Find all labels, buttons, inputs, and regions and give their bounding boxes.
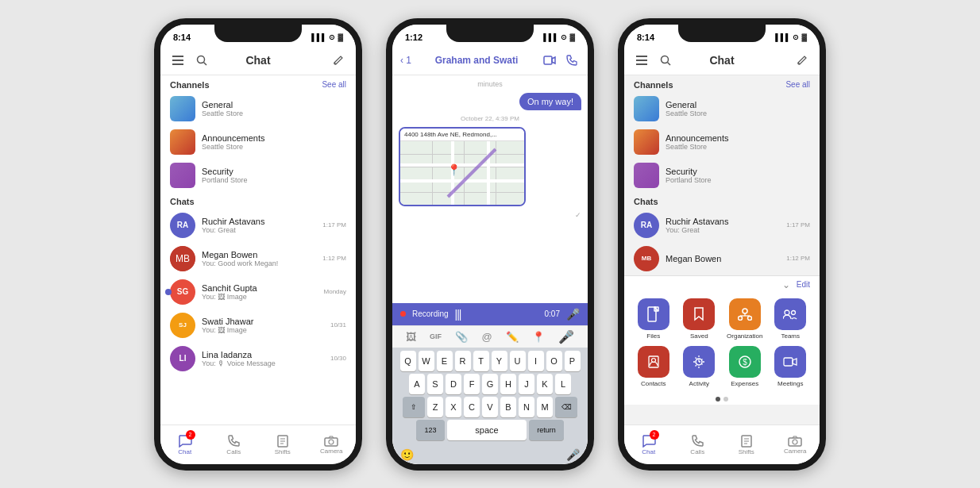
search-icon[interactable] [194,52,210,68]
channel-general-3[interactable]: General Seattle Store [624,92,820,125]
app-label-files: Files [646,332,660,340]
app-files[interactable]: Files [634,298,673,340]
channel-security-1[interactable]: Security Portland Store [160,159,356,192]
kb-row-2: A S D F G H J K L [394,374,586,394]
key-y[interactable]: Y [492,351,507,371]
channel-name-security-1: Security [202,167,248,176]
app-activity[interactable]: Activity [680,346,720,387]
pen-icon[interactable]: ✏️ [506,331,519,343]
key-v[interactable]: V [482,397,498,417]
tab-calls-1[interactable]: Calls [210,428,259,463]
tab-calls-3[interactable]: Calls [673,428,723,463]
chat-header-icons-2 [542,52,580,68]
key-u[interactable]: U [510,351,526,371]
location-icon[interactable]: 📍 [532,331,545,343]
see-all-channels-3[interactable]: See all [785,80,810,89]
svg-rect-2 [172,63,183,65]
channel-general-1[interactable]: General Seattle Store [160,92,356,125]
key-m[interactable]: M [537,397,553,417]
key-p[interactable]: P [565,351,581,371]
app-expenses[interactable]: $ Expenses [725,346,765,387]
key-j[interactable]: J [519,374,534,394]
attach-icon[interactable]: 📎 [455,331,468,343]
key-s[interactable]: S [427,374,443,394]
compose-icon-3[interactable] [794,52,810,68]
mic-emoji-bar[interactable]: 🎤 [566,448,580,461]
app-teams[interactable]: Teams [771,298,811,340]
key-a[interactable]: A [409,374,425,394]
compose-icon[interactable] [330,52,346,68]
key-e[interactable]: E [437,351,453,371]
svg-point-12 [329,440,334,444]
menu-icon[interactable] [170,52,186,68]
kb-row-3: ⇧ Z X C V B N M ⌫ [394,397,586,417]
kb-row-1: Q W E R T Y U I O P [394,351,586,371]
app-meetings[interactable]: Meetings [771,346,811,387]
key-q[interactable]: Q [400,351,416,371]
chat-item-ra-3[interactable]: RA Ruchir Astavans You: Great 1:17 PM [624,209,820,242]
tab-shifts-3[interactable]: Shifts [722,428,771,463]
key-k[interactable]: K [537,374,553,394]
tab-camera-1[interactable]: Camera [307,428,357,463]
key-c[interactable]: C [464,397,480,417]
key-t[interactable]: T [473,351,489,371]
chat-item-megan-3[interactable]: MB Megan Bowen 1:12 PM [624,242,820,275]
key-space[interactable]: space [447,420,527,440]
key-l[interactable]: L [555,374,571,394]
key-return[interactable]: return [529,420,564,440]
channel-avatar-general-3 [634,96,659,121]
app-contacts[interactable]: Contacts [634,346,673,387]
photo-icon[interactable]: 🖼 [406,331,416,343]
channel-security-3[interactable]: Security Portland Store [624,159,820,192]
channel-announcements-1[interactable]: Announcements Seattle Store [160,125,356,159]
key-h[interactable]: H [500,374,516,394]
chat-item-sanchit-1[interactable]: SG Sanchit Gupta You: 🖼 Image Monday [160,275,356,309]
key-i[interactable]: I [528,351,544,371]
app-saved[interactable]: Saved [680,298,720,340]
key-n[interactable]: N [519,397,534,417]
key-r[interactable]: R [455,351,471,371]
tab-label-chat-3: Chat [642,448,655,455]
tab-chat-3[interactable]: 2 Chat [624,428,673,463]
chat-item-lina-1[interactable]: LI Lina Iadanza You: 🎙 Voice Message 10/… [160,342,356,375]
phone-call-icon[interactable] [564,52,580,68]
chat-item-ra-1[interactable]: RA Ruchir Astavans You: Great 1:17 PM [160,209,356,242]
recording-bar: Recording ||| 0:07 🎤 [392,303,588,325]
tab-chat-1[interactable]: 2 Chat [160,428,210,463]
key-o[interactable]: O [546,351,562,371]
chat-item-swati-1[interactable]: SJ Swati Jhawar You: 🖼 Image 10/31 [160,309,356,342]
content-3: Channels See all General Seattle Store A… [624,75,820,425]
app-organization[interactable]: Organization [725,298,765,340]
gif-icon[interactable]: GIF [430,332,442,340]
menu-icon-3[interactable] [634,52,650,68]
key-g[interactable]: G [482,374,498,394]
key-delete[interactable]: ⌫ [555,397,577,417]
map-check: ✓ [575,211,581,219]
emoji-icon[interactable]: 🙂 [400,448,414,461]
channel-announcements-3[interactable]: Announcements Seattle Store [624,125,820,159]
battery-icon-2: ▓ [569,33,575,41]
key-f[interactable]: F [464,374,480,394]
key-w[interactable]: W [419,351,434,371]
key-d[interactable]: D [446,374,461,394]
chat-item-megan-1[interactable]: Megan Bowen You: Good work Megan! 1:12 P… [160,242,356,275]
route-line [400,141,526,205]
back-button-2[interactable]: ‹ 1 [400,55,411,66]
tab-camera-3[interactable]: Camera [771,428,820,463]
video-call-icon[interactable] [542,52,558,68]
edit-button[interactable]: Edit [797,280,810,289]
channel-info-security-1: Security Portland Store [202,167,248,184]
key-z[interactable]: Z [427,397,443,417]
key-shift[interactable]: ⇧ [403,397,425,417]
mic-recording-icon[interactable]: 🎤 [566,308,580,321]
mic-icon[interactable]: 🎤 [558,329,574,344]
app-icon-files [638,298,669,330]
key-123[interactable]: 123 [416,420,445,440]
at-icon[interactable]: @ [481,331,492,343]
tab-shifts-1[interactable]: Shifts [258,428,307,463]
see-all-channels-1[interactable]: See all [322,80,346,89]
status-icons-3: ▌▌▌ ⊙ ▓ [775,33,807,41]
key-x[interactable]: X [446,397,461,417]
search-icon-3[interactable] [658,52,673,68]
key-b[interactable]: B [500,397,516,417]
